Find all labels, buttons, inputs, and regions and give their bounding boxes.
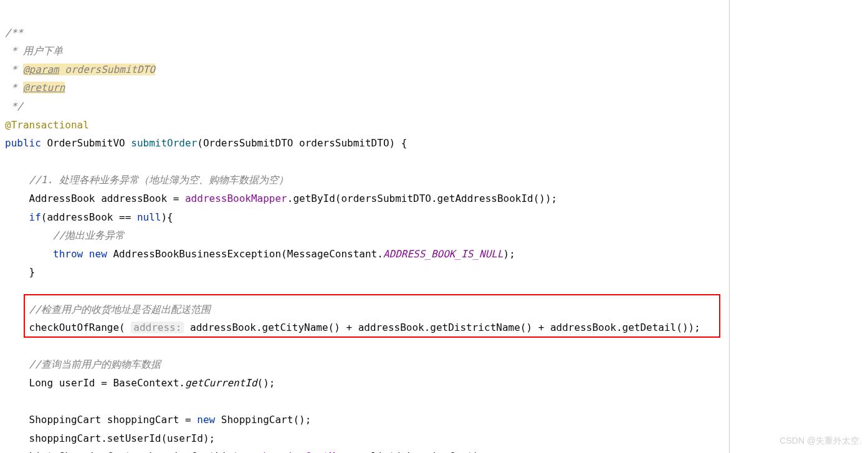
comment-text: 用户下单	[23, 45, 63, 57]
comment-end: */	[5, 100, 23, 112]
code-text: Long userId = BaseContext.	[5, 377, 185, 389]
comment-prefix: *	[5, 82, 23, 93]
code-text: shoppingCart.setUserId(userId);	[5, 432, 215, 444]
return-type: OrderSubmitVO	[41, 137, 131, 149]
comment-line: //抛出业务异常	[5, 229, 125, 241]
code-text: ();	[257, 377, 275, 389]
keyword-throw-new: throw new	[53, 248, 113, 260]
comment-line: //1. 处理各种业务异常（地址簿为空、购物车数据为空）	[5, 174, 289, 186]
code-text: .list(shoppingCart);	[365, 451, 485, 453]
close-brace: }	[5, 266, 35, 278]
field-ref: addressBookMapper	[185, 193, 287, 204]
code-text: List<ShoppingCart> shoppingCartList =	[5, 451, 257, 453]
comment-start: /**	[5, 27, 23, 39]
code-text: .getById(ordersSubmitDTO.getAddressBookI…	[287, 193, 557, 204]
code-text: checkOutOfRange(	[5, 322, 131, 333]
annotation: @Transactional	[5, 119, 89, 131]
keyword-if: if	[29, 211, 41, 223]
javadoc-param-tag: @param	[23, 64, 59, 75]
code-text: ){	[161, 211, 173, 223]
method-params: (OrdersSubmitDTO ordersSubmitDTO) {	[197, 137, 407, 149]
watermark-text: CSDN @失重外太空.	[780, 433, 862, 449]
static-method: getCurrentId	[185, 377, 257, 389]
code-text: addressBook.getCityName() + addressBook.…	[184, 322, 700, 333]
code-text: ShoppingCart();	[221, 414, 312, 426]
parameter-hint: address:	[131, 322, 184, 333]
field-ref: shoppingCartMapper	[257, 451, 365, 453]
method-name: submitOrder	[131, 137, 197, 149]
code-text	[5, 211, 29, 223]
code-text: (addressBook ==	[41, 211, 137, 223]
code-text: AddressBook addressBook =	[5, 193, 185, 204]
right-margin-line	[729, 0, 730, 453]
constant-ref: ADDRESS_BOOK_IS_NULL	[383, 248, 503, 260]
code-text: ShoppingCart shoppingCart =	[5, 414, 197, 426]
comment-prefix: *	[5, 45, 23, 57]
keyword-public: public	[5, 137, 41, 149]
code-text	[5, 248, 53, 260]
code-text: AddressBookBusinessException(MessageCons…	[113, 248, 383, 260]
keyword-new: new	[197, 414, 221, 426]
code-text: );	[503, 248, 515, 260]
comment-line: //查询当前用户的购物车数据	[5, 358, 161, 370]
javadoc-return-tag: @return	[23, 82, 65, 93]
keyword-null: null	[137, 211, 161, 223]
comment-line: //检查用户的收货地址是否超出配送范围	[5, 303, 211, 315]
javadoc-param-name: ordersSubmitDTO	[59, 64, 155, 75]
code-block: /** * 用户下单 * @param ordersSubmitDTO * @r…	[5, 5, 863, 453]
comment-prefix: *	[5, 64, 23, 75]
